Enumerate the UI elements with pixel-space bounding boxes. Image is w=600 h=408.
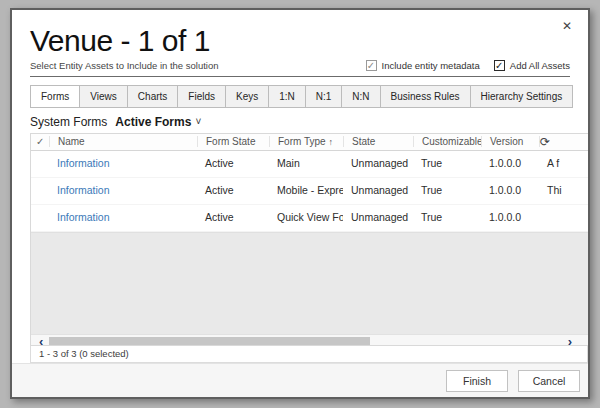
forms-grid: ✓ Name Form State Form Type↑ State Custo… xyxy=(30,133,588,347)
horizontal-scrollbar[interactable]: ‹ › xyxy=(31,334,588,347)
view-name: Active Forms xyxy=(115,115,191,129)
form-type-cell: Mobile - Express xyxy=(269,177,343,204)
column-header-state[interactable]: State xyxy=(343,136,413,147)
check-icon: ✓ xyxy=(36,136,44,147)
scrollbar-thumb[interactable] xyxy=(49,337,370,346)
grid-header: ✓ Name Form State Form Type↑ State Custo… xyxy=(31,134,588,151)
status-bar: 1 - 3 of 3 (0 selected) xyxy=(30,346,588,363)
version-cell: 1.0.0.0 xyxy=(481,150,539,177)
chevron-down-icon: ˅ xyxy=(195,117,201,127)
description-cell: Thi xyxy=(539,177,588,204)
sort-ascending-icon: ↑ xyxy=(329,137,334,147)
state-cell: Unmanaged xyxy=(343,150,413,177)
add-all-assets-checkbox[interactable]: ✓ Add All Assets xyxy=(494,60,570,71)
page-title: Venue - 1 of 1 xyxy=(30,24,570,57)
customizable-cell: True xyxy=(413,177,481,204)
tab-business-rules[interactable]: Business Rules xyxy=(381,85,471,108)
table-row[interactable]: Information Active Main Unmanaged True 1… xyxy=(31,151,588,178)
tab-n1[interactable]: N:1 xyxy=(306,85,343,108)
checkbox-check-icon: ✓ xyxy=(366,60,377,71)
form-name-link[interactable]: Information xyxy=(57,211,110,223)
finish-button[interactable]: Finish xyxy=(446,370,508,392)
description-cell: A f xyxy=(539,150,588,177)
form-name-link[interactable]: Information xyxy=(57,157,110,169)
column-label: Form Type xyxy=(278,136,326,147)
tab-fields[interactable]: Fields xyxy=(178,85,226,108)
tab-views[interactable]: Views xyxy=(80,85,128,108)
view-selector[interactable]: Active Forms ˅ xyxy=(115,115,201,129)
tab-1n[interactable]: 1:N xyxy=(269,85,306,108)
state-cell: Unmanaged xyxy=(343,204,413,231)
table-row[interactable]: Information Active Quick View Form Unman… xyxy=(31,205,588,232)
header-divider xyxy=(30,76,570,77)
scroll-left-icon[interactable]: ‹ xyxy=(39,335,43,347)
version-cell: 1.0.0.0 xyxy=(481,177,539,204)
form-type-cell: Main xyxy=(269,150,343,177)
close-icon[interactable]: ✕ xyxy=(562,20,572,32)
table-row[interactable]: Information Active Mobile - Express Unma… xyxy=(31,178,588,205)
entity-assets-dialog: ✕ Venue - 1 of 1 Select Entity Assets to… xyxy=(10,8,590,399)
customizable-cell: True xyxy=(413,150,481,177)
column-header-customizable[interactable]: Customizable xyxy=(413,136,481,147)
tab-nn[interactable]: N:N xyxy=(342,85,380,108)
form-state-cell: Active xyxy=(197,204,269,231)
cancel-button[interactable]: Cancel xyxy=(518,370,580,392)
option-checkboxes: ✓ Include entity metadata ✓ Add All Asse… xyxy=(366,60,570,71)
column-header-form-state[interactable]: Form State xyxy=(197,136,269,147)
form-state-cell: Active xyxy=(197,177,269,204)
customizable-cell: True xyxy=(413,204,481,231)
checkbox-check-icon: ✓ xyxy=(494,60,505,71)
page-subtitle: Select Entity Assets to Include in the s… xyxy=(30,60,219,71)
dialog-header: Venue - 1 of 1 Select Entity Assets to I… xyxy=(12,10,588,77)
dialog-footer: Finish Cancel xyxy=(12,363,588,397)
tab-forms[interactable]: Forms xyxy=(30,85,80,108)
entity-label: System Forms xyxy=(30,115,107,129)
state-cell: Unmanaged xyxy=(343,177,413,204)
checkbox-label: Add All Assets xyxy=(510,60,570,71)
tab-bar: Forms Views Charts Fields Keys 1:N N:1 N… xyxy=(30,85,588,108)
form-state-cell: Active xyxy=(197,150,269,177)
column-header-version[interactable]: Version xyxy=(481,136,539,147)
form-name-link[interactable]: Information xyxy=(57,184,110,196)
tab-hierarchy-settings[interactable]: Hierarchy Settings xyxy=(471,85,574,108)
checkbox-label: Include entity metadata xyxy=(382,60,480,71)
refresh-icon[interactable]: ⟳ xyxy=(540,135,550,149)
column-header-name[interactable]: Name xyxy=(49,136,197,147)
form-type-cell: Quick View Form xyxy=(269,204,343,231)
version-cell: 1.0.0.0 xyxy=(481,204,539,231)
column-header-form-type[interactable]: Form Type↑ xyxy=(269,136,343,147)
include-entity-metadata-checkbox[interactable]: ✓ Include entity metadata xyxy=(366,60,480,71)
select-all-checkbox[interactable]: ✓ xyxy=(31,136,49,147)
grid-empty-area xyxy=(31,232,588,334)
view-bar: System Forms Active Forms ˅ xyxy=(30,114,588,130)
tab-keys[interactable]: Keys xyxy=(226,85,269,108)
scroll-right-icon[interactable]: › xyxy=(568,335,572,347)
tab-charts[interactable]: Charts xyxy=(128,85,178,108)
